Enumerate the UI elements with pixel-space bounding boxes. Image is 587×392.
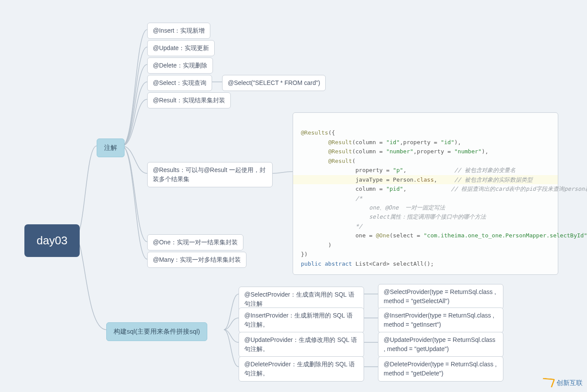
code-results-example: @Results({ @Result(column = "id",propert… (293, 112, 558, 275)
node-results-label: @Results：可以与@Result 一起使用，封装多个结果集 (153, 166, 266, 182)
node-select-provider-example[interactable]: @SelectProvider(type = ReturnSql.class ,… (378, 284, 503, 309)
node-insert-provider-example[interactable]: @InsertProvider(type = ReturnSql.class ,… (378, 308, 503, 333)
node-update-label: @Update：实现更新 (153, 44, 209, 51)
node-one[interactable]: @One：实现一对一结果集封装 (147, 234, 243, 250)
branch-annotations-label: 注解 (104, 144, 117, 151)
node-insert-provider-example-label: @InsertProvider(type = ReturnSql.class ,… (384, 312, 494, 328)
branch-build-sql-label: 构建sql(主要用来条件拼接sql) (114, 328, 200, 335)
node-insert-label: @Insert：实现新增 (153, 27, 205, 34)
node-many-label: @Many：实现一对多结果集封装 (153, 256, 241, 263)
node-delete[interactable]: @Delete：实现删除 (147, 57, 213, 74)
node-delete-provider[interactable]: @DeleteProvider：生成删除用的 SQL 语句注解。 (239, 356, 364, 382)
node-delete-provider-example-label: @DeleteProvider(type = ReturnSql.class ,… (384, 361, 497, 377)
node-update-provider-example[interactable]: @UpdateProvider(type = ReturnSql.class ,… (378, 332, 503, 357)
node-select[interactable]: @Select：实现查询 (147, 75, 212, 91)
node-delete-provider-example[interactable]: @DeleteProvider(type = ReturnSql.class ,… (378, 356, 503, 382)
branch-build-sql[interactable]: 构建sql(主要用来条件拼接sql) (106, 322, 207, 341)
watermark-text: 创新互联 (557, 379, 583, 387)
branch-annotations[interactable]: 注解 (97, 139, 125, 157)
node-insert[interactable]: @Insert：实现新增 (147, 23, 210, 39)
node-one-label: @One：实现一对一结果集封装 (153, 239, 238, 246)
node-select-example-label: @Select("SELECT * FROM card") (228, 79, 320, 86)
node-insert-provider-label: @InsertProvider：生成新增用的 SQL 语句注解。 (244, 312, 353, 328)
node-result-label: @Result：实现结果集封装 (153, 97, 225, 104)
node-delete-label: @Delete：实现删除 (153, 62, 207, 69)
node-many[interactable]: @Many：实现一对多结果集封装 (147, 252, 246, 268)
node-result[interactable]: @Result：实现结果集封装 (147, 92, 231, 108)
node-select-label: @Select：实现查询 (153, 79, 206, 86)
node-select-example[interactable]: @Select("SELECT * FROM card") (222, 75, 326, 91)
node-update-provider[interactable]: @UpdateProvider：生成修改用的 SQL 语句注解。 (239, 332, 364, 357)
node-select-provider-example-label: @SelectProvider(type = ReturnSql.class ,… (384, 288, 496, 304)
node-insert-provider[interactable]: @InsertProvider：生成新增用的 SQL 语句注解。 (239, 308, 364, 333)
watermark: 创新互联 (541, 377, 583, 389)
node-update[interactable]: @Update：实现更新 (147, 40, 215, 56)
node-delete-provider-label: @DeleteProvider：生成删除用的 SQL 语句注解。 (244, 361, 355, 377)
root-node[interactable]: day03 (24, 224, 80, 257)
node-select-provider-label: @SelectProvider：生成查询用的 SQL 语句注解 (244, 291, 354, 307)
node-update-provider-label: @UpdateProvider：生成修改用的 SQL 语句注解。 (244, 336, 357, 352)
node-update-provider-example-label: @UpdateProvider(type = ReturnSql.class ,… (384, 336, 496, 352)
root-label: day03 (37, 234, 67, 247)
node-results[interactable]: @Results：可以与@Result 一起使用，封装多个结果集 (147, 162, 273, 187)
watermark-logo-icon (541, 377, 554, 389)
